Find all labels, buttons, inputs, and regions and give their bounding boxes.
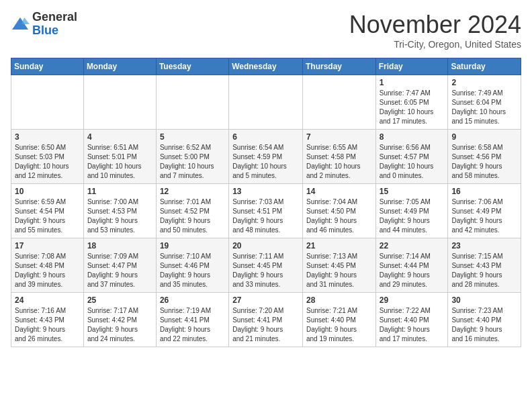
calendar-cell: 13Sunrise: 7:03 AM Sunset: 4:51 PM Dayli… (229, 184, 303, 238)
weekday-header-monday: Monday (83, 58, 156, 75)
day-info: Sunrise: 6:59 AM Sunset: 4:54 PM Dayligh… (15, 197, 80, 235)
day-number: 24 (15, 295, 80, 305)
day-info: Sunrise: 7:10 AM Sunset: 4:46 PM Dayligh… (160, 252, 225, 289)
day-info: Sunrise: 7:14 AM Sunset: 4:44 PM Dayligh… (380, 252, 445, 289)
day-info: Sunrise: 7:15 AM Sunset: 4:43 PM Dayligh… (451, 252, 517, 289)
day-number: 14 (306, 187, 372, 196)
day-number: 2 (451, 78, 517, 87)
calendar-cell: 7Sunrise: 6:55 AM Sunset: 4:58 PM Daylig… (302, 130, 375, 184)
calendar-cell: 9Sunrise: 6:58 AM Sunset: 4:56 PM Daylig… (448, 130, 521, 184)
calendar-week-3: 10Sunrise: 6:59 AM Sunset: 4:54 PM Dayli… (11, 184, 521, 238)
weekday-header-friday: Friday (375, 58, 448, 75)
day-number: 17 (15, 241, 80, 250)
calendar-cell: 20Sunrise: 7:11 AM Sunset: 4:45 PM Dayli… (229, 238, 303, 293)
calendar-cell: 1Sunrise: 7:47 AM Sunset: 6:05 PM Daylig… (375, 75, 448, 130)
day-info: Sunrise: 7:47 AM Sunset: 6:05 PM Dayligh… (380, 89, 445, 126)
day-number: 4 (87, 132, 152, 142)
calendar-cell (229, 75, 303, 130)
day-info: Sunrise: 7:06 AM Sunset: 4:49 PM Dayligh… (451, 197, 517, 235)
day-number: 12 (160, 187, 225, 196)
day-number: 27 (232, 295, 299, 305)
day-number: 25 (87, 295, 152, 305)
day-info: Sunrise: 7:11 AM Sunset: 4:45 PM Dayligh… (232, 252, 299, 289)
weekday-header-row: SundayMondayTuesdayWednesdayThursdayFrid… (11, 58, 521, 75)
calendar-cell: 30Sunrise: 7:23 AM Sunset: 4:40 PM Dayli… (448, 293, 521, 347)
day-info: Sunrise: 7:23 AM Sunset: 4:40 PM Dayligh… (451, 306, 517, 344)
day-info: Sunrise: 7:05 AM Sunset: 4:49 PM Dayligh… (380, 197, 445, 235)
day-info: Sunrise: 6:58 AM Sunset: 4:56 PM Dayligh… (451, 143, 517, 181)
calendar-cell: 28Sunrise: 7:21 AM Sunset: 4:40 PM Dayli… (302, 293, 375, 347)
calendar-cell: 14Sunrise: 7:04 AM Sunset: 4:50 PM Dayli… (302, 184, 375, 238)
day-info: Sunrise: 7:09 AM Sunset: 4:47 PM Dayligh… (87, 252, 152, 289)
calendar-cell (11, 75, 84, 130)
day-number: 16 (451, 187, 517, 196)
day-info: Sunrise: 7:21 AM Sunset: 4:40 PM Dayligh… (306, 306, 372, 344)
day-info: Sunrise: 6:50 AM Sunset: 5:03 PM Dayligh… (15, 143, 80, 181)
day-info: Sunrise: 6:55 AM Sunset: 4:58 PM Dayligh… (306, 143, 372, 181)
month-title: November 2024 (349, 11, 521, 39)
calendar-cell: 19Sunrise: 7:10 AM Sunset: 4:46 PM Dayli… (156, 238, 228, 293)
day-number: 6 (232, 132, 299, 142)
calendar-table: SundayMondayTuesdayWednesdayThursdayFrid… (11, 58, 521, 347)
calendar-cell: 25Sunrise: 7:17 AM Sunset: 4:42 PM Dayli… (83, 293, 156, 347)
day-info: Sunrise: 7:22 AM Sunset: 4:40 PM Dayligh… (380, 306, 445, 344)
day-number: 26 (160, 295, 225, 305)
day-info: Sunrise: 6:56 AM Sunset: 4:57 PM Dayligh… (380, 143, 445, 181)
calendar-cell: 26Sunrise: 7:19 AM Sunset: 4:41 PM Dayli… (156, 293, 228, 347)
day-info: Sunrise: 7:17 AM Sunset: 4:42 PM Dayligh… (87, 306, 152, 344)
title-section: November 2024 Tri-City, Oregon, United S… (349, 11, 521, 50)
day-info: Sunrise: 7:19 AM Sunset: 4:41 PM Dayligh… (160, 306, 225, 344)
day-number: 13 (232, 187, 299, 196)
day-info: Sunrise: 7:16 AM Sunset: 4:43 PM Dayligh… (15, 306, 80, 344)
day-number: 28 (306, 295, 372, 305)
day-number: 19 (160, 241, 225, 250)
day-number: 7 (306, 132, 372, 142)
day-info: Sunrise: 7:49 AM Sunset: 6:04 PM Dayligh… (451, 89, 517, 126)
weekday-header-saturday: Saturday (448, 58, 521, 75)
calendar-cell: 21Sunrise: 7:13 AM Sunset: 4:45 PM Dayli… (302, 238, 375, 293)
calendar-cell (156, 75, 228, 130)
calendar-cell: 5Sunrise: 6:52 AM Sunset: 5:00 PM Daylig… (156, 130, 228, 184)
calendar-cell: 15Sunrise: 7:05 AM Sunset: 4:49 PM Dayli… (375, 184, 448, 238)
calendar-week-5: 24Sunrise: 7:16 AM Sunset: 4:43 PM Dayli… (11, 293, 521, 347)
day-number: 8 (380, 132, 445, 142)
calendar-cell: 3Sunrise: 6:50 AM Sunset: 5:03 PM Daylig… (11, 130, 84, 184)
calendar-cell: 17Sunrise: 7:08 AM Sunset: 4:48 PM Dayli… (11, 238, 84, 293)
calendar-cell: 18Sunrise: 7:09 AM Sunset: 4:47 PM Dayli… (83, 238, 156, 293)
day-number: 30 (451, 295, 517, 305)
day-number: 15 (380, 187, 445, 196)
day-info: Sunrise: 7:04 AM Sunset: 4:50 PM Dayligh… (306, 197, 372, 235)
calendar-cell: 29Sunrise: 7:22 AM Sunset: 4:40 PM Dayli… (375, 293, 448, 347)
page-header: General Blue November 2024 Tri-City, Ore… (11, 11, 521, 50)
calendar-cell: 2Sunrise: 7:49 AM Sunset: 6:04 PM Daylig… (448, 75, 521, 130)
day-number: 11 (87, 187, 152, 196)
logo-general: General (32, 11, 77, 24)
day-number: 3 (15, 132, 80, 142)
calendar-cell: 4Sunrise: 6:51 AM Sunset: 5:01 PM Daylig… (83, 130, 156, 184)
calendar-cell: 16Sunrise: 7:06 AM Sunset: 4:49 PM Dayli… (448, 184, 521, 238)
day-info: Sunrise: 6:54 AM Sunset: 4:59 PM Dayligh… (232, 143, 299, 181)
calendar-week-4: 17Sunrise: 7:08 AM Sunset: 4:48 PM Dayli… (11, 238, 521, 293)
calendar-cell: 12Sunrise: 7:01 AM Sunset: 4:52 PM Dayli… (156, 184, 228, 238)
day-number: 18 (87, 241, 152, 250)
day-info: Sunrise: 7:08 AM Sunset: 4:48 PM Dayligh… (15, 252, 80, 289)
day-number: 1 (380, 78, 445, 87)
day-number: 29 (380, 295, 445, 305)
day-number: 5 (160, 132, 225, 142)
day-info: Sunrise: 7:13 AM Sunset: 4:45 PM Dayligh… (306, 252, 372, 289)
calendar-cell: 22Sunrise: 7:14 AM Sunset: 4:44 PM Dayli… (375, 238, 448, 293)
day-number: 20 (232, 241, 299, 250)
day-info: Sunrise: 7:00 AM Sunset: 4:53 PM Dayligh… (87, 197, 152, 235)
calendar-cell: 6Sunrise: 6:54 AM Sunset: 4:59 PM Daylig… (229, 130, 303, 184)
location: Tri-City, Oregon, United States (349, 39, 521, 50)
calendar-cell: 8Sunrise: 6:56 AM Sunset: 4:57 PM Daylig… (375, 130, 448, 184)
day-info: Sunrise: 7:01 AM Sunset: 4:52 PM Dayligh… (160, 197, 225, 235)
day-info: Sunrise: 7:20 AM Sunset: 4:41 PM Dayligh… (232, 306, 299, 344)
day-number: 9 (451, 132, 517, 142)
calendar-week-1: 1Sunrise: 7:47 AM Sunset: 6:05 PM Daylig… (11, 75, 521, 130)
weekday-header-tuesday: Tuesday (156, 58, 228, 75)
calendar-cell: 11Sunrise: 7:00 AM Sunset: 4:53 PM Dayli… (83, 184, 156, 238)
calendar-week-2: 3Sunrise: 6:50 AM Sunset: 5:03 PM Daylig… (11, 130, 521, 184)
calendar-cell: 24Sunrise: 7:16 AM Sunset: 4:43 PM Dayli… (11, 293, 84, 347)
weekday-header-sunday: Sunday (11, 58, 84, 75)
